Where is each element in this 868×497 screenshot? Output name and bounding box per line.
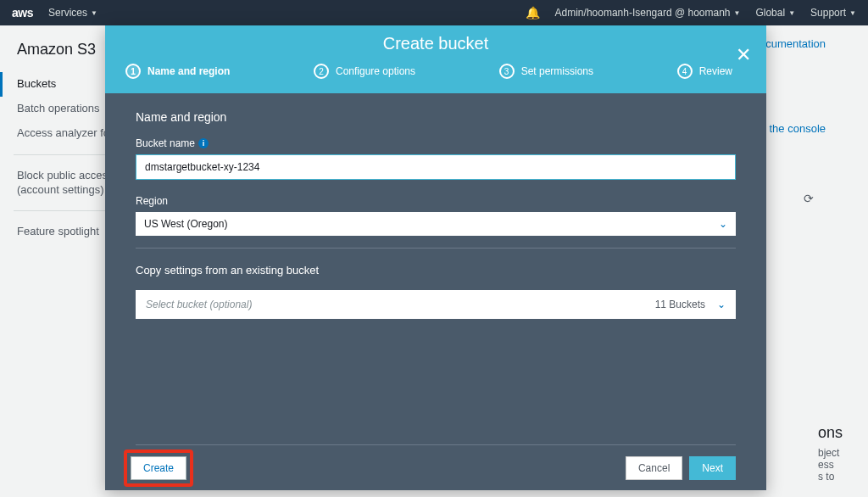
cancel-button[interactable]: Cancel: [626, 456, 682, 480]
step-name-region[interactable]: 1 Name and region: [125, 64, 230, 79]
modal-title: Create bucket: [105, 25, 766, 53]
caret-down-icon: ▼: [788, 9, 795, 17]
step-review[interactable]: 4 Review: [677, 64, 732, 79]
modal-header: Create bucket ✕ 1 Name and region 2 Conf…: [105, 25, 766, 93]
copy-heading: Copy settings from an existing bucket: [136, 264, 736, 276]
step-number: 1: [125, 64, 141, 79]
region-label: Global: [755, 7, 785, 19]
caret-down-icon: ▼: [849, 9, 856, 17]
step-configure[interactable]: 2 Configure options: [314, 64, 415, 79]
close-icon[interactable]: ✕: [736, 44, 751, 66]
bucket-count: 11 Buckets: [655, 299, 705, 310]
step-label: Set permissions: [521, 65, 593, 77]
caret-down-icon: ▼: [91, 9, 97, 17]
step-permissions[interactable]: 3 Set permissions: [499, 64, 593, 79]
next-button[interactable]: Next: [689, 456, 736, 480]
create-button[interactable]: Create: [131, 456, 186, 480]
aws-logo[interactable]: aws: [12, 6, 33, 20]
top-nav: aws Services ▼ 🔔 Admin/hoomanh-Isengard …: [0, 0, 868, 25]
bucket-name-input[interactable]: [136, 154, 736, 180]
chevron-down-icon: ⌄: [719, 218, 727, 230]
info-icon[interactable]: i: [198, 138, 209, 148]
step-label: Review: [699, 65, 732, 77]
bucket-name-label: Bucket name i: [136, 137, 736, 149]
account-menu[interactable]: Admin/hoomanh-Isengard @ hoomanh ▼: [555, 7, 741, 19]
support-menu[interactable]: Support ▼: [810, 7, 856, 19]
services-menu[interactable]: Services ▼: [48, 7, 97, 19]
region-menu[interactable]: Global ▼: [755, 7, 795, 19]
create-highlight: Create: [124, 450, 193, 487]
modal-body: Name and region Bucket name i Region US …: [105, 93, 766, 444]
step-number: 4: [677, 64, 693, 79]
wizard-steps: 1 Name and region 2 Configure options 3 …: [105, 53, 766, 79]
modal-footer: Create Cancel Next: [136, 444, 736, 490]
support-label: Support: [810, 7, 846, 19]
spotlight-label: Feature spotlight: [17, 225, 99, 237]
region-value: US West (Oregon): [144, 218, 227, 230]
chevron-down-icon: ⌄: [717, 299, 726, 310]
step-label: Configure options: [336, 65, 415, 77]
copy-bucket-select[interactable]: Select bucket (optional) 11 Buckets ⌄: [136, 290, 736, 319]
step-number: 3: [499, 64, 515, 79]
refresh-icon[interactable]: ⟳: [804, 192, 814, 205]
copy-placeholder: Select bucket (optional): [146, 299, 252, 310]
notifications-icon[interactable]: 🔔: [526, 6, 540, 20]
bg-permissions-text: ons bject ess s to: [818, 424, 843, 483]
account-label: Admin/hoomanh-Isengard @ hoomanh: [555, 7, 731, 19]
console-link[interactable]: r the console: [763, 122, 826, 135]
section-heading: Name and region: [136, 110, 736, 124]
create-bucket-modal: Create bucket ✕ 1 Name and region 2 Conf…: [105, 25, 766, 490]
region-label: Region: [136, 195, 736, 207]
region-select[interactable]: US West (Oregon) ⌄: [136, 212, 736, 236]
divider: [136, 248, 736, 248]
caret-down-icon: ▼: [734, 9, 741, 17]
services-label: Services: [48, 7, 87, 19]
step-number: 2: [314, 64, 329, 79]
step-label: Name and region: [147, 65, 230, 77]
